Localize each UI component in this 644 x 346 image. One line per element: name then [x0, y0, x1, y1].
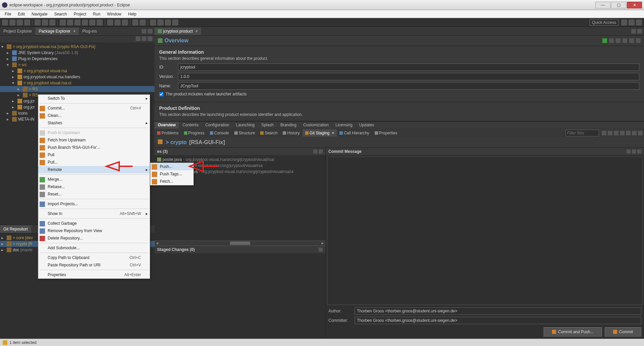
toolbar-icon[interactable] — [614, 131, 618, 135]
page-overview[interactable]: Overview — [154, 122, 179, 129]
menu-project[interactable]: Project — [70, 11, 89, 17]
toolbar-button[interactable] — [150, 19, 156, 26]
toolbar-button[interactable] — [165, 19, 171, 26]
menu-push-branch[interactable]: Push Branch 'RSA-GUI-Fix'... — [38, 144, 150, 151]
menu-merge[interactable]: Merge... — [38, 176, 150, 183]
submenu-push-tags[interactable]: Push Tags... — [150, 170, 193, 178]
toolbar-button[interactable] — [107, 19, 113, 26]
filter-files-input[interactable] — [565, 130, 599, 136]
menu-reset[interactable]: Reset... — [38, 190, 150, 198]
toolbar-button[interactable] — [75, 19, 81, 26]
toolbar-icon[interactable] — [608, 131, 612, 135]
menu-run[interactable]: Run — [90, 11, 104, 17]
close-icon[interactable]: × — [73, 29, 76, 34]
quick-access[interactable]: Quick Access — [590, 19, 618, 26]
view-problems[interactable]: Problems — [154, 129, 181, 137]
toolbar-button[interactable] — [82, 19, 88, 26]
page-branding[interactable]: Branding — [277, 122, 300, 129]
tab-project-explorer[interactable]: Project Explorer — [0, 28, 35, 35]
page-updates[interactable]: Updates — [356, 122, 378, 129]
menu-clean[interactable]: Clean... — [38, 112, 150, 119]
toolbar-button[interactable] — [132, 19, 138, 26]
tab-package-explorer[interactable]: Package Explorer× — [35, 28, 79, 35]
toolbar-icon[interactable] — [623, 38, 627, 43]
native-launcher-checkbox[interactable] — [159, 92, 164, 96]
view-menu-icon[interactable] — [148, 36, 152, 41]
menu-help[interactable]: Help — [125, 11, 140, 17]
toolbar-button[interactable] — [89, 19, 95, 26]
menu-stashes[interactable]: Stashes▸ — [38, 119, 150, 127]
page-licensing[interactable]: Licensing — [332, 122, 356, 129]
minimize-view-icon[interactable] — [142, 29, 146, 34]
submenu-fetch[interactable]: Fetch... — [150, 178, 193, 185]
author-field[interactable] — [355, 307, 641, 315]
maximize-view-icon[interactable] — [638, 131, 643, 135]
menu-file[interactable]: File — [1, 11, 14, 17]
view-properties[interactable]: Properties — [372, 129, 400, 137]
toolbar-icon[interactable] — [620, 131, 625, 135]
help-icon[interactable] — [636, 38, 641, 43]
view-console[interactable]: Console — [207, 129, 232, 137]
staged-changes[interactable] — [154, 253, 325, 339]
perspective-button[interactable] — [629, 19, 635, 26]
toolbar-icon[interactable] — [319, 149, 323, 154]
menu-navigate[interactable]: Navigate — [28, 11, 51, 17]
page-configuration[interactable]: Configuration — [202, 122, 232, 129]
version-field[interactable] — [178, 73, 639, 80]
id-field[interactable] — [178, 63, 639, 71]
menu-remove-repository[interactable]: Remove Repository from View — [38, 227, 150, 234]
commit-and-push-button[interactable]: Commit and Push... — [544, 327, 602, 337]
perspective-button[interactable] — [636, 19, 642, 26]
toolbar-button[interactable] — [157, 19, 164, 26]
maximize-view-icon[interactable] — [148, 29, 152, 34]
maximize-button[interactable]: ▢ — [611, 2, 626, 8]
toolbar-button[interactable] — [60, 19, 66, 26]
minimize-view-icon[interactable] — [632, 131, 637, 135]
toolbar-icon[interactable] — [602, 131, 606, 135]
menu-fetch-upstream[interactable]: Fetch from Upstream — [38, 136, 150, 144]
menu-commit[interactable]: Commit...Ctrl+# — [38, 104, 150, 112]
toolbar-button[interactable] — [67, 19, 73, 26]
toolbar-button[interactable] — [2, 19, 8, 26]
menu-import-projects[interactable]: Import Projects... — [38, 200, 150, 208]
menu-edit[interactable]: Edit — [14, 11, 28, 17]
submenu-push[interactable]: Push... — [150, 163, 193, 170]
view-call-hierarchy[interactable]: Call Hierarchy — [337, 129, 372, 137]
toolbar-icon[interactable] — [616, 38, 620, 43]
view-search[interactable]: Search — [258, 129, 280, 137]
menu-delete-repository[interactable]: Delete Repository... — [38, 234, 150, 242]
view-history[interactable]: History — [280, 129, 302, 137]
page-customization[interactable]: Customization — [300, 122, 332, 129]
tab-plugins[interactable]: Plug-ins — [79, 28, 100, 35]
tab-git-repositories[interactable]: Git Repositori — [0, 225, 31, 233]
toolbar-button[interactable] — [17, 19, 23, 26]
name-field[interactable] — [178, 82, 639, 90]
toolbar-button[interactable] — [114, 19, 121, 26]
toolbar-icon[interactable] — [627, 149, 631, 154]
menu-window[interactable]: Window — [104, 11, 125, 17]
toolbar-button[interactable] — [49, 19, 55, 26]
page-launching[interactable]: Launching — [233, 122, 258, 129]
run-icon[interactable] — [602, 38, 607, 43]
view-structure[interactable]: Structure — [232, 129, 258, 137]
menu-show-in[interactable]: Show InAlt+Shift+W▸ — [38, 210, 150, 217]
toolbar-icon[interactable] — [313, 149, 317, 154]
perspective-button[interactable] — [621, 19, 627, 26]
toolbar-icon[interactable] — [629, 38, 634, 43]
toolbar-button[interactable] — [122, 19, 128, 26]
view-progress[interactable]: Progress — [181, 129, 207, 137]
editor-tab[interactable]: jcryptool.product× — [154, 28, 201, 35]
toolbar-button[interactable] — [42, 19, 48, 26]
toolbar-icon[interactable] — [609, 38, 614, 43]
menu-pull[interactable]: Pull — [38, 151, 150, 159]
committer-field[interactable] — [355, 317, 641, 324]
toolbar-button[interactable] — [140, 19, 146, 26]
menu-add-submodule[interactable]: Add Submodule... — [38, 244, 150, 252]
link-editor-icon[interactable] — [142, 36, 146, 41]
view-git-staging[interactable]: Git Staging× — [303, 129, 337, 137]
toolbar-icon[interactable] — [637, 149, 641, 154]
commit-button[interactable]: Commit — [605, 327, 641, 337]
toolbar-button[interactable] — [172, 19, 178, 26]
page-contents[interactable]: Contents — [179, 122, 202, 129]
maximize-view-icon[interactable] — [637, 29, 642, 34]
